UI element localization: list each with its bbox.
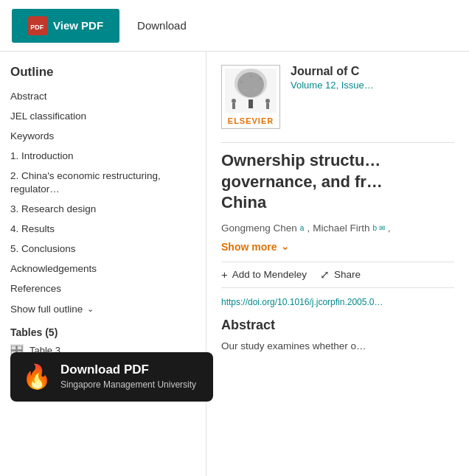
tables-title: Tables (5) xyxy=(10,326,195,338)
divider xyxy=(221,142,454,143)
view-pdf-button[interactable]: PDF View PDF xyxy=(12,9,119,43)
svg-text:PDF: PDF xyxy=(30,23,44,30)
svg-point-15 xyxy=(232,99,236,103)
outline-item-china[interactable]: 2. China's economic restructuring, regul… xyxy=(10,169,195,197)
content-area: ELSEVIER Journal of C Volume 12, Issue… … xyxy=(206,52,469,476)
chevron-down-icon: ⌄ xyxy=(87,304,94,314)
popup-text: Download PDF Singapore Management Univer… xyxy=(60,363,196,391)
popup-institution: Singapore Management University xyxy=(60,379,196,391)
share-label: Share xyxy=(334,269,361,280)
mendeley-label: Add to Mendeley xyxy=(232,269,307,280)
author1-name: Gongmeng Chen xyxy=(221,223,297,234)
abstract-text: Our study examines whether o… xyxy=(221,339,454,354)
download-link[interactable]: Download xyxy=(137,19,187,32)
outline-item-intro[interactable]: 1. Introduction xyxy=(10,150,195,164)
top-bar: PDF View PDF Download xyxy=(0,0,469,52)
show-more-button[interactable]: Show more ⌄ xyxy=(221,241,289,253)
journal-name: Journal of C xyxy=(291,65,374,78)
author-more: , xyxy=(388,223,391,234)
svg-rect-7 xyxy=(249,99,253,108)
add-to-mendeley-button[interactable]: + Add to Mendeley xyxy=(221,268,307,281)
outline-item-research[interactable]: 3. Research design xyxy=(10,203,195,217)
doi-link[interactable]: https://doi.org/10.1016/j.jcorpfin.2005.… xyxy=(221,297,454,307)
share-button[interactable]: ⤢ Share xyxy=(320,268,361,281)
show-full-outline-button[interactable]: Show full outline ⌄ xyxy=(10,304,94,315)
outline-list: Abstract JEL classification Keywords 1. … xyxy=(10,90,195,296)
outline-item-jel[interactable]: JEL classification xyxy=(10,110,195,124)
journal-volume: Volume 12, Issue… xyxy=(291,80,374,91)
pdf-icon: PDF xyxy=(28,16,47,35)
outline-item-abstract[interactable]: Abstract xyxy=(10,90,195,104)
plus-icon: + xyxy=(221,268,228,281)
outline-item-keywords[interactable]: Keywords xyxy=(10,130,195,144)
authors: Gongmeng Chen a , Michael Firth b ✉ , xyxy=(221,223,454,234)
download-pdf-popup[interactable]: 🔥 Download PDF Singapore Management Univ… xyxy=(10,352,213,402)
view-pdf-label: View PDF xyxy=(53,19,103,32)
main-layout: Outline Abstract JEL classification Keyw… xyxy=(0,52,469,476)
svg-point-14 xyxy=(255,88,257,91)
show-outline-label: Show full outline xyxy=(10,304,83,315)
author-separator: , xyxy=(307,223,310,234)
popup-title: Download PDF xyxy=(60,363,196,377)
author2-sup: b ✉ xyxy=(372,224,384,232)
elsevier-label: ELSEVIER xyxy=(225,116,277,125)
svg-rect-18 xyxy=(266,103,269,109)
journal-info: Journal of C Volume 12, Issue… xyxy=(291,65,374,91)
author2-name: Michael Firth xyxy=(313,223,369,234)
svg-rect-2 xyxy=(11,346,16,350)
sidebar: Outline Abstract JEL classification Keyw… xyxy=(0,52,206,476)
svg-point-11 xyxy=(259,77,262,80)
svg-rect-16 xyxy=(232,103,235,109)
action-row: + Add to Mendeley ⤢ Share xyxy=(221,262,454,288)
share-icon: ⤢ xyxy=(320,268,330,281)
outline-title: Outline xyxy=(10,65,195,80)
elsevier-logo-box: ELSEVIER xyxy=(221,65,280,129)
outline-item-results[interactable]: 4. Results xyxy=(10,223,195,237)
show-more-label: Show more xyxy=(221,241,277,253)
author1-sup: a xyxy=(300,224,305,232)
outline-item-references[interactable]: References xyxy=(10,282,195,296)
outline-item-conclusions[interactable]: 5. Conclusions xyxy=(10,242,195,256)
svg-rect-3 xyxy=(17,346,22,350)
svg-point-17 xyxy=(265,99,270,103)
svg-point-10 xyxy=(240,80,243,83)
elsevier-tree-icon xyxy=(225,69,277,113)
elsevier-logo: ELSEVIER xyxy=(221,65,280,129)
flame-icon: 🔥 xyxy=(22,363,52,391)
outline-item-acknowledgements[interactable]: Acknowledgements xyxy=(10,262,195,276)
journal-header: ELSEVIER Journal of C Volume 12, Issue… xyxy=(221,65,454,129)
svg-point-12 xyxy=(249,74,252,77)
chevron-down-icon: ⌄ xyxy=(281,241,289,252)
svg-point-13 xyxy=(245,90,247,92)
article-title: Ownership structu…governance, and fr…Chi… xyxy=(221,150,454,214)
abstract-heading: Abstract xyxy=(221,318,454,333)
